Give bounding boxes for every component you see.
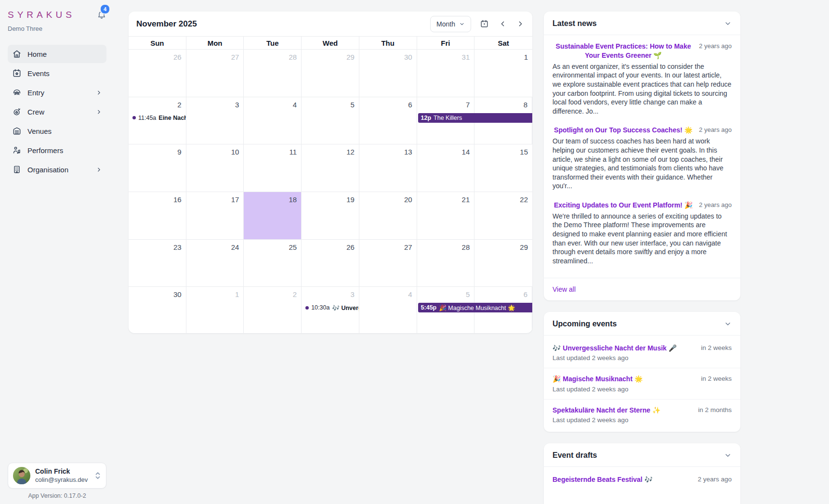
- news-item-head: Sustainable Event Practices: How to Make…: [553, 42, 732, 60]
- notifications-button[interactable]: 4: [97, 10, 106, 19]
- calendar-cell[interactable]: 24: [186, 240, 244, 287]
- view-all-link[interactable]: View all: [553, 285, 576, 293]
- day-number: 8: [477, 100, 527, 110]
- sidebar-item-organisation[interactable]: Organisation: [8, 160, 106, 179]
- calendar-cell[interactable]: 5: [302, 97, 359, 144]
- weekday-label: Thu: [359, 37, 417, 49]
- upcoming-event-item: Spektakuläre Nacht der Sterne ✨ Last upd…: [544, 400, 740, 430]
- calendar-cell[interactable]: 2 11:45a Eine Nacht: [129, 97, 186, 144]
- upcoming-event-title[interactable]: 🎉 Magische Musiknacht 🌟: [553, 375, 643, 383]
- calendar-cell[interactable]: 22: [474, 192, 532, 239]
- calendar-cell[interactable]: 15: [474, 144, 532, 192]
- calendar-cell[interactable]: 27: [359, 240, 417, 287]
- event-draft-title[interactable]: Begeisternde Beats Festival 🎶: [553, 476, 653, 483]
- news-item: Spotlight on Our Top Success Coaches! 🌟 …: [553, 126, 732, 191]
- event-drafts-card: Event drafts Begeisternde Beats Festival…: [544, 443, 740, 504]
- calendar-cell[interactable]: 31: [417, 50, 475, 97]
- sidebar-item-home[interactable]: Home: [8, 45, 106, 63]
- latest-news-header: Latest news: [544, 12, 740, 35]
- sidebar-spacer: [8, 179, 106, 463]
- calendar-cell[interactable]: 16: [129, 192, 186, 239]
- news-item-timestamp: 2 years ago: [699, 42, 732, 50]
- calendar-cell[interactable]: 9: [129, 144, 186, 192]
- user-menu[interactable]: Colin Frick colin@syrakus.dev: [8, 463, 106, 489]
- sidebar-item-label: Entry: [27, 89, 90, 97]
- day-number: 26: [304, 242, 355, 252]
- chevron-down-icon[interactable]: [724, 320, 732, 328]
- calendar-cell[interactable]: 2: [244, 287, 302, 333]
- calendar-cell[interactable]: 29: [302, 50, 359, 97]
- upcoming-event-when: in 2 months: [698, 406, 732, 414]
- calendar-cell[interactable]: 30: [129, 287, 186, 333]
- chevron-down-icon[interactable]: [724, 452, 732, 459]
- calendar-cell[interactable]: 27: [186, 50, 244, 97]
- upcoming-event-title[interactable]: 🎶 Unvergessliche Nacht der Musik 🎤: [553, 344, 677, 352]
- calendar-cell[interactable]: 13: [359, 144, 417, 192]
- calendar-cell[interactable]: 6: [359, 97, 417, 144]
- calendar-cell[interactable]: 4: [244, 97, 302, 144]
- day-number: 12: [304, 147, 355, 157]
- news-item-body: We're thrilled to announce a series of e…: [553, 212, 732, 266]
- calendar-cell[interactable]: 28: [417, 240, 475, 287]
- calendar-cell[interactable]: 29: [474, 240, 532, 287]
- news-item-title[interactable]: Spotlight on Our Top Success Coaches! 🌟: [553, 126, 694, 135]
- calendar-cell[interactable]: 12: [302, 144, 359, 192]
- calendar-event[interactable]: 10:30a 🎶 Unvergessliche Nacht der Musik …: [303, 303, 359, 312]
- event-time: 12p: [421, 115, 432, 121]
- calendar-cell[interactable]: 17: [186, 192, 244, 239]
- calendar-cell[interactable]: 26: [302, 240, 359, 287]
- chevron-down-icon[interactable]: [724, 20, 732, 27]
- sidebar-item-crew[interactable]: Crew: [8, 103, 106, 121]
- calendar-cell-today[interactable]: 18: [244, 192, 302, 239]
- sidebar-item-venues[interactable]: Venues: [8, 122, 106, 140]
- calendar-cell[interactable]: 3: [186, 97, 244, 144]
- prev-month-button[interactable]: [498, 19, 508, 29]
- calendar-cell[interactable]: 4: [359, 287, 417, 333]
- news-item-title[interactable]: Exciting Updates to Our Event Platform! …: [553, 201, 694, 210]
- calendar-cell[interactable]: 28: [244, 50, 302, 97]
- today-button[interactable]: [479, 18, 490, 29]
- user-info: Colin Frick colin@syrakus.dev: [35, 467, 90, 484]
- sidebar-item-label: Performers: [27, 146, 102, 155]
- calendar-cell[interactable]: 1: [474, 50, 532, 97]
- next-month-button[interactable]: [515, 19, 526, 29]
- weekday-label: Fri: [417, 37, 475, 49]
- calendar-cell[interactable]: 14: [417, 144, 475, 192]
- calendar-cell[interactable]: 3 10:30a 🎶 Unvergessliche Nacht der Musi…: [302, 287, 359, 333]
- upcoming-event-title[interactable]: Spektakuläre Nacht der Sterne ✨: [553, 406, 660, 414]
- news-item: Exciting Updates to Our Event Platform! …: [553, 201, 732, 266]
- event-title: Eine Nacht: [158, 115, 185, 121]
- calendar-cell[interactable]: 21: [417, 192, 475, 239]
- calendar-cell[interactable]: 20: [359, 192, 417, 239]
- sidebar-item-performers[interactable]: Performers: [8, 141, 106, 159]
- sidebar-nav: Home Events Entry Crew Venues Performers…: [8, 45, 106, 179]
- news-item-title[interactable]: Sustainable Event Practices: How to Make…: [553, 42, 694, 60]
- venues-icon: [12, 126, 22, 136]
- chevron-right-icon: [96, 167, 102, 173]
- view-selector[interactable]: Month: [430, 16, 471, 32]
- calendar-cell[interactable]: 10: [186, 144, 244, 192]
- calendar-cell[interactable]: 26: [129, 50, 186, 97]
- upcoming-event-updated: Last updated 2 weeks ago: [553, 386, 696, 393]
- sidebar-item-entry[interactable]: Entry: [8, 83, 106, 102]
- calendar-cell[interactable]: 23: [129, 240, 186, 287]
- calendar-event-bar[interactable]: 5:45p🎉 Magische Musiknacht 🌟: [418, 303, 532, 312]
- calendar-event-bar[interactable]: 12pThe Killers: [418, 113, 532, 123]
- day-number: 6: [477, 289, 527, 299]
- calendar-cell[interactable]: 25: [244, 240, 302, 287]
- calendar-card: November 2025 Month: [129, 12, 532, 333]
- calendar-cell[interactable]: 11: [244, 144, 302, 192]
- day-number: 7: [420, 100, 470, 110]
- calendar-cell[interactable]: 30: [359, 50, 417, 97]
- calendar-grid: 26 27 28 29 30 31 1 2: [129, 50, 532, 333]
- sidebar-item-events[interactable]: Events: [8, 64, 106, 82]
- day-number: 31: [420, 52, 470, 62]
- calendar-cell[interactable]: 1: [186, 287, 244, 333]
- calendar-cell[interactable]: 19: [302, 192, 359, 239]
- calendar-event[interactable]: 11:45a Eine Nacht: [130, 113, 186, 123]
- day-number: 1: [189, 289, 239, 299]
- notification-badge: 4: [100, 4, 110, 14]
- calendar-week-row: 16 17 18 19 20 21 22: [129, 192, 532, 240]
- day-number: 28: [420, 242, 470, 252]
- upcoming-event-when: in 2 weeks: [701, 375, 732, 382]
